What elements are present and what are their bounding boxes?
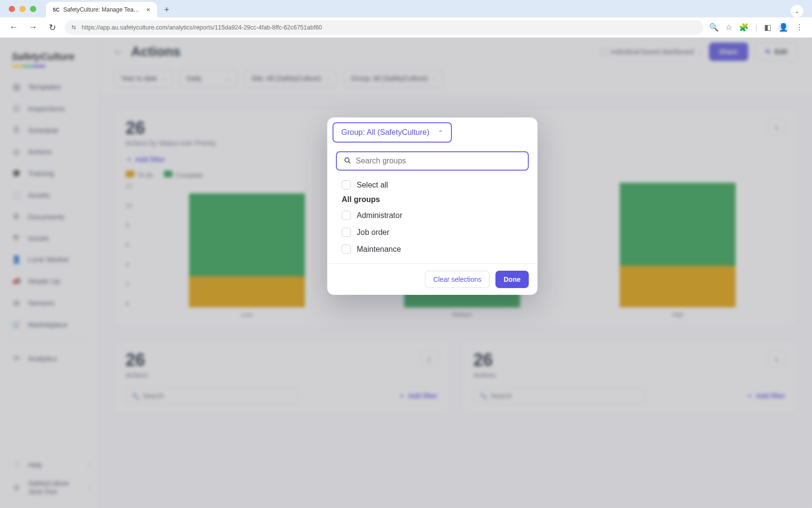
- select-all-row[interactable]: Select all: [340, 176, 525, 193]
- clear-selections-button[interactable]: Clear selections: [425, 271, 490, 288]
- group-search-field[interactable]: [336, 151, 529, 171]
- checkbox-icon[interactable]: [342, 245, 351, 254]
- group-filter-trigger[interactable]: Group: All (SafetyCulture) ⌃: [333, 122, 452, 143]
- window-controls: [9, 6, 36, 12]
- group-search-input[interactable]: [356, 157, 521, 165]
- url-text: https://app.au.safetyculture.com/analyti…: [82, 24, 322, 31]
- back-icon[interactable]: ←: [7, 22, 20, 32]
- checkbox-icon[interactable]: [342, 211, 351, 220]
- group-filter-dropdown: Group: All (SafetyCulture) ⌃ Select all …: [327, 117, 537, 295]
- browser-tab-strip: SC SafetyCulture: Manage Teams and... × …: [0, 0, 812, 17]
- maximize-window-icon[interactable]: [30, 6, 36, 12]
- browser-toolbar: ← → ↻ ⇆ https://app.au.safetyculture.com…: [0, 17, 812, 38]
- option-label: Job order: [357, 228, 390, 237]
- close-window-icon[interactable]: [9, 6, 15, 12]
- browser-tab[interactable]: SC SafetyCulture: Manage Teams and... ×: [46, 2, 157, 17]
- site-info-icon[interactable]: ⇆: [72, 24, 76, 30]
- done-button[interactable]: Done: [495, 271, 529, 288]
- search-icon: [344, 157, 351, 165]
- profile-avatar-icon[interactable]: 👤: [778, 22, 789, 33]
- group-option-administrator[interactable]: Administrator: [340, 207, 525, 224]
- sidepanel-icon[interactable]: ◧: [764, 23, 771, 32]
- bookmark-icon[interactable]: ☆: [725, 23, 732, 32]
- chevron-up-icon: ⌃: [438, 129, 443, 136]
- option-label: Maintenance: [357, 245, 401, 254]
- toolbar-right: 🔍 ☆ 🧩 | ◧ 👤 ⋮: [709, 22, 803, 33]
- filter-label: Group: All (SafetyCulture): [341, 128, 429, 137]
- group-option-job-order[interactable]: Job order: [340, 224, 525, 241]
- dropdown-footer: Clear selections Done: [327, 263, 537, 295]
- extensions-icon[interactable]: 🧩: [739, 23, 749, 32]
- address-bar[interactable]: ⇆ https://app.au.safetyculture.com/analy…: [65, 20, 703, 35]
- group-list-heading: All groups: [340, 193, 525, 207]
- checkbox-icon[interactable]: [342, 228, 351, 237]
- checkbox-icon[interactable]: [342, 180, 351, 189]
- favicon: SC: [53, 7, 59, 13]
- zoom-icon[interactable]: 🔍: [709, 23, 719, 32]
- minimize-window-icon[interactable]: [19, 6, 26, 12]
- svg-line-1: [348, 161, 350, 163]
- new-tab-button[interactable]: +: [160, 3, 174, 16]
- forward-icon[interactable]: →: [26, 22, 40, 32]
- tab-title: SafetyCulture: Manage Teams and...: [63, 6, 143, 13]
- option-label: Administrator: [357, 211, 402, 220]
- select-all-label: Select all: [357, 181, 388, 189]
- close-tab-icon[interactable]: ×: [146, 6, 150, 14]
- group-option-maintenance[interactable]: Maintenance: [340, 241, 525, 258]
- tab-overflow-button[interactable]: ⌄: [791, 5, 803, 17]
- reload-icon[interactable]: ↻: [45, 22, 59, 33]
- app-root: SafetyCulture ▧Templates ☑Inspections 🗓S…: [0, 38, 812, 508]
- menu-icon[interactable]: ⋮: [796, 23, 803, 32]
